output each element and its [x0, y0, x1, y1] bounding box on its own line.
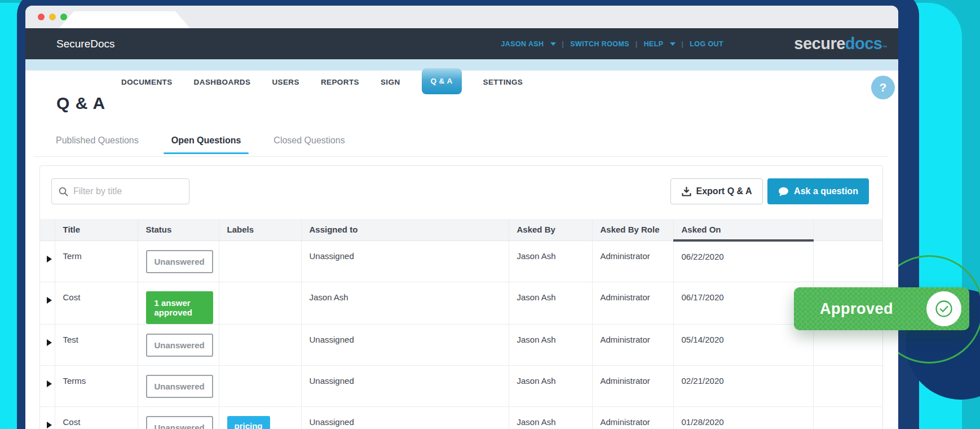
- column-header-title[interactable]: Title: [55, 219, 138, 240]
- cell-asked-by-role: Administrator: [592, 365, 673, 406]
- top-navbar: SecureDocs JASON ASH | SWITCH ROOMS | HE…: [25, 28, 898, 59]
- expand-row-icon[interactable]: [47, 422, 52, 428]
- cell-labels: pricing: [219, 406, 301, 429]
- cell-labels: [219, 324, 301, 365]
- caret-down-icon[interactable]: [670, 42, 676, 46]
- status-badge: Unanswered: [146, 375, 213, 398]
- ask-a-question-button[interactable]: Ask a question: [767, 178, 869, 204]
- nav-item-qa-active[interactable]: Q & A: [422, 68, 462, 94]
- column-header-status[interactable]: Status: [138, 219, 219, 240]
- check-circle-icon: [934, 299, 953, 318]
- chat-icon: [778, 187, 789, 196]
- cell-asked-by: Jason Ash: [509, 282, 592, 324]
- help-menu[interactable]: HELP: [644, 40, 664, 48]
- nav-item-documents[interactable]: DOCUMENTS: [121, 71, 173, 94]
- cell-asked-by-role: Administrator: [592, 282, 673, 324]
- cell-asked-on: 06/17/2020: [673, 282, 813, 324]
- table-header-row: Title Status Labels Assigned to Asked By…: [40, 219, 882, 240]
- questions-table: Title Status Labels Assigned to Asked By…: [40, 219, 882, 429]
- user-menu[interactable]: JASON ASH: [501, 40, 544, 48]
- question-tabs: Published Questions Open Questions Close…: [48, 135, 353, 154]
- table-row: Cost Unanswered pricing Unassigned Jason…: [40, 406, 882, 429]
- column-header-asked-on-sorted[interactable]: Asked On: [673, 219, 813, 240]
- search-icon: [59, 187, 68, 196]
- table-toolbar: Export Q & A Ask a question: [40, 166, 882, 219]
- close-window-icon[interactable]: [38, 14, 45, 20]
- expand-row-icon[interactable]: [47, 297, 52, 304]
- log-out-link[interactable]: LOG OUT: [690, 40, 723, 48]
- securedocs-logo: securedocs™: [794, 28, 887, 63]
- approved-toast-label: Approved: [820, 300, 893, 318]
- expand-row-icon[interactable]: [47, 339, 52, 346]
- page-title: Q & A: [56, 94, 105, 113]
- help-button[interactable]: ?: [871, 76, 895, 99]
- cell-asked-by: Jason Ash: [509, 365, 592, 406]
- zoom-window-icon[interactable]: [60, 14, 67, 20]
- cell-assigned-to: Unassigned: [301, 324, 509, 365]
- minimize-window-icon[interactable]: [49, 14, 56, 20]
- cell-asked-on: 02/21/2020: [673, 365, 813, 406]
- table-row: Term Unanswered Unassigned Jason Ash Adm…: [40, 240, 882, 282]
- cell-assigned-to: Unassigned: [301, 406, 509, 429]
- tab-published-questions[interactable]: Published Questions: [48, 135, 147, 154]
- browser-window: SecureDocs JASON ASH | SWITCH ROOMS | HE…: [25, 6, 898, 429]
- switch-rooms-link[interactable]: SWITCH ROOMS: [570, 40, 629, 48]
- filter-field[interactable]: [51, 178, 189, 204]
- cell-title: Cost: [55, 406, 138, 429]
- tab-closed-questions[interactable]: Closed Questions: [266, 135, 352, 154]
- cell-title: Term: [55, 240, 138, 282]
- trademark-symbol: ™: [882, 45, 888, 50]
- cell-asked-by-role: Administrator: [592, 324, 673, 365]
- approved-check-circle: [926, 291, 961, 326]
- cell-asked-by-role: Administrator: [592, 406, 673, 429]
- cell-assigned-to: Jason Ash: [301, 282, 509, 324]
- table-row: Test Unanswered Unassigned Jason Ash Adm…: [40, 324, 882, 365]
- cell-asked-by: Jason Ash: [509, 324, 592, 365]
- cell-title: Cost: [55, 282, 138, 324]
- label-badge-pricing: pricing: [227, 416, 270, 429]
- cell-empty: [813, 406, 882, 429]
- column-header-assigned-to[interactable]: Assigned to: [301, 219, 509, 240]
- browser-tab[interactable]: [59, 11, 190, 28]
- cell-title: Test: [55, 324, 138, 365]
- cell-labels: [219, 282, 301, 324]
- cell-asked-by: Jason Ash: [509, 406, 592, 429]
- expand-row-icon[interactable]: [47, 256, 52, 262]
- status-badge: Unanswered: [146, 250, 213, 273]
- nav-item-dashboards[interactable]: DASHBOARDS: [194, 71, 251, 94]
- cell-empty: [813, 240, 882, 282]
- tab-open-questions[interactable]: Open Questions: [164, 135, 249, 154]
- nav-item-users[interactable]: USERS: [272, 71, 299, 94]
- column-header-empty: [813, 219, 882, 240]
- cell-labels: [219, 365, 301, 406]
- column-header-asked-by-role[interactable]: Asked By Role: [592, 219, 673, 240]
- accent-strip: [25, 59, 898, 71]
- ask-a-question-label: Ask a question: [794, 186, 858, 196]
- filter-by-title-input[interactable]: [73, 186, 182, 196]
- approved-toast: Approved: [794, 287, 969, 330]
- cell-asked-on: 01/28/2020: [673, 406, 813, 429]
- table-row: Cost 1 answer approved Jason Ash Jason A…: [40, 282, 882, 324]
- export-qa-button[interactable]: Export Q & A: [670, 178, 763, 204]
- nav-item-settings[interactable]: SETTINGS: [483, 71, 523, 94]
- download-icon: [682, 187, 691, 196]
- nav-item-reports[interactable]: REPORTS: [321, 71, 359, 94]
- export-qa-label: Export Q & A: [696, 186, 752, 196]
- nav-item-sign[interactable]: SIGN: [381, 71, 400, 94]
- cell-asked-on: 06/22/2020: [673, 240, 813, 282]
- main-navigation: DOCUMENTS DASHBOARDS USERS REPORTS SIGN …: [25, 71, 898, 94]
- cell-assigned-to: Unassigned: [301, 365, 509, 406]
- browser-chrome: [25, 6, 898, 28]
- table-row: Terms Unanswered Unassigned Jason Ash Ad…: [40, 365, 882, 406]
- status-badge-approved: 1 answer approved: [146, 291, 213, 324]
- expand-row-icon[interactable]: [47, 380, 52, 387]
- navbar-links: JASON ASH | SWITCH ROOMS | HELP | LOG OU…: [501, 28, 723, 59]
- status-badge: Unanswered: [146, 334, 213, 357]
- column-header-expander: [40, 219, 55, 240]
- cell-asked-by-role: Administrator: [592, 240, 673, 282]
- cell-labels: [219, 240, 301, 282]
- cell-empty: [813, 365, 882, 406]
- column-header-asked-by[interactable]: Asked By: [509, 219, 592, 240]
- caret-down-icon[interactable]: [550, 42, 556, 46]
- column-header-labels[interactable]: Labels: [219, 219, 301, 240]
